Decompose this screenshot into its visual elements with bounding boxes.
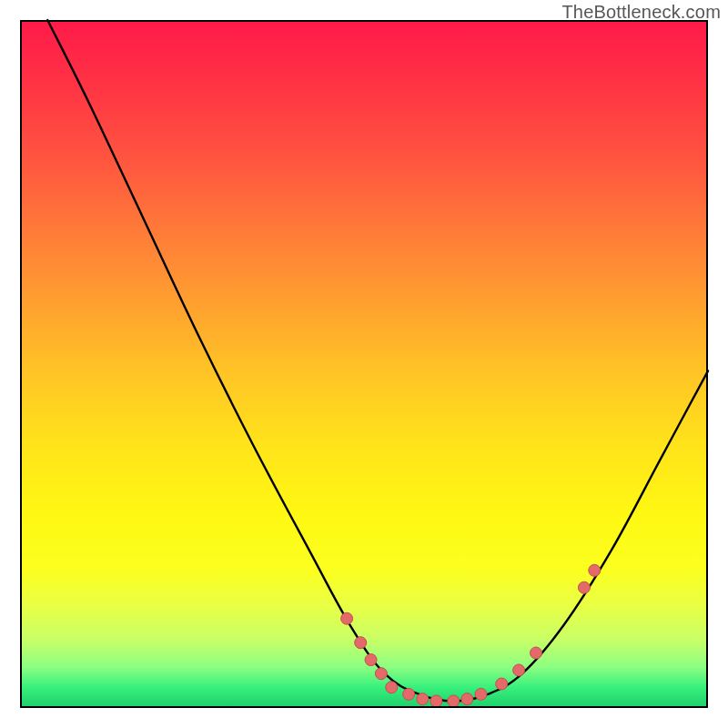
highlight-point [461,693,473,705]
highlight-point [513,664,525,676]
highlight-point [403,688,415,700]
plot-area [20,20,708,708]
highlight-point [386,682,398,693]
highlight-point [341,612,353,624]
highlight-points-layer [341,564,601,707]
highlight-point [355,637,367,649]
bottleneck-curve [47,20,708,701]
highlight-point [365,654,377,666]
highlight-point [531,647,542,659]
highlight-point [496,678,508,690]
highlight-point [430,695,442,707]
curve-layer [47,20,708,701]
highlight-point [475,688,487,700]
highlight-point [375,668,387,680]
chart-svg [20,20,708,708]
highlight-point [589,564,601,576]
highlight-point [578,581,590,593]
chart-container: TheBottleneck.com [0,0,728,728]
highlight-point [448,695,460,707]
highlight-point [417,693,429,705]
